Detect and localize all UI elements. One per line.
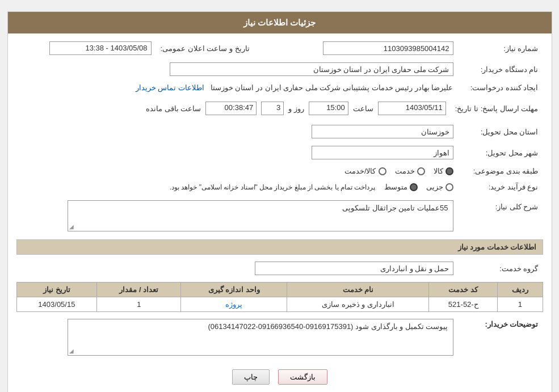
buyer-notes-value: پیوست تکمیل و بارگذاری شود (09169175391-… [208, 322, 448, 331]
radio-motavasset [410, 183, 418, 191]
category-khedmat[interactable]: خدمت [395, 167, 425, 175]
requester-value: علیرضا بهادر رئیس خدمات پشتیبانی شرکت مل… [16, 81, 458, 94]
category-label: طبقه بندی موضوعی: [458, 165, 543, 178]
need-description-label: شرح کلی نیاز: [458, 198, 543, 234]
need-description-value: 55عملیات تامین جراثقال تلسکوپی [342, 204, 448, 212]
service-group-value: حمل و نقل و انبارداری [16, 259, 458, 277]
deadline-remaining-label: ساعت باقی مانده [146, 104, 201, 113]
cell-unit[interactable]: پروژه [181, 297, 287, 312]
city-label: شهر محل تحویل: [458, 144, 543, 162]
radio-khedmat [417, 167, 425, 175]
need-number-label: شماره نیاز: [458, 39, 543, 57]
need-description-area: 55عملیات تامین جراثقال تلسکوپی ◢ [16, 198, 458, 234]
col-quantity: تعداد / مقدار [97, 283, 181, 297]
buyer-notes-area: پیوست تکمیل و بارگذاری شود (09169175391-… [16, 317, 458, 358]
category-kala[interactable]: کالا [434, 167, 453, 175]
purchase-motavasset[interactable]: متوسط [384, 183, 418, 191]
buyer-notes-label: توضیحات خریدار: [458, 317, 543, 358]
col-row-num: ردیف [498, 283, 543, 297]
cell-quantity: 1 [97, 297, 181, 312]
deadline-row: 1403/05/11 ساعت 15:00 روز و 3 00:38:47 س… [16, 97, 451, 120]
need-number-value: 1103093985004142 [283, 39, 458, 57]
category-kala-khedmat[interactable]: کالا/خدمت [344, 167, 386, 175]
buyer-org-value: شرکت ملی حفاری ایران در استان خوزستان [16, 60, 458, 78]
province-label: استان محل تحویل: [458, 123, 543, 141]
services-table: ردیف کد خدمت نام خدمت واحد اندازه گیری ت… [16, 282, 543, 312]
deadline-days: 3 [261, 102, 284, 115]
category-options: کالا خدمت کالا/خدمت [16, 165, 458, 178]
col-date: تاریخ نیاز [16, 283, 97, 297]
button-bar: بازگشت چاپ [16, 361, 543, 392]
deadline-date: 1403/05/11 [378, 102, 446, 115]
city-value: اهواز [16, 144, 458, 162]
resize-handle: ◢ [69, 224, 74, 230]
publish-datetime-label: تاریخ و ساعت اعلان عمومی: [156, 39, 254, 57]
purchase-note: پرداخت تمام یا بخشی از مبلغ خریداز محل "… [170, 183, 376, 191]
deadline-days-label: روز و [288, 104, 304, 113]
purchase-type-label: نوع فرآیند خرید: [458, 180, 543, 193]
deadline-time: 15:00 [309, 102, 348, 115]
purchase-jozii[interactable]: جزیی [426, 183, 453, 191]
deadline-label: مهلت ارسال پاسخ: تا تاریخ: [451, 97, 543, 120]
purchase-type-options: جزیی متوسط پرداخت تمام یا بخشی از مبلغ خ… [16, 180, 458, 193]
back-button[interactable]: بازگشت [278, 369, 327, 385]
province-value: خوزستان [16, 123, 458, 141]
col-unit: واحد اندازه گیری [181, 283, 287, 297]
service-info-section: اطلاعات خدمات مورد نیاز [16, 239, 543, 255]
radio-jozii [445, 183, 453, 191]
buyer-org-label: نام دستگاه خریدار: [458, 60, 543, 78]
radio-kala [445, 167, 453, 175]
table-row: 1ح-52-521انبارداری و ذخیره سازیپروژه1140… [16, 297, 543, 312]
page-header: جزئیات اطلاعات نیاز [8, 12, 552, 33]
radio-kala-khedmat [379, 167, 386, 175]
cell-row-num: 1 [498, 297, 543, 312]
cell-date: 1403/05/15 [16, 297, 97, 312]
publish-datetime-value: 1403/05/08 - 13:38 [16, 39, 156, 57]
col-service-name: نام خدمت [287, 283, 429, 297]
resize-handle-2: ◢ [69, 348, 74, 354]
cell-service-name: انبارداری و ذخیره سازی [287, 297, 429, 312]
service-group-label: گروه خدمت: [458, 259, 543, 277]
print-button[interactable]: چاپ [232, 369, 270, 385]
deadline-time-label: ساعت [353, 104, 373, 113]
cell-service-code: ح-52-521 [429, 297, 498, 312]
contact-link[interactable]: اطلاعات تماس خریدار [136, 83, 204, 92]
deadline-remaining: 00:38:47 [205, 102, 257, 115]
requester-label: ایجاد کننده درخواست: [458, 81, 543, 94]
col-service-code: کد خدمت [429, 283, 498, 297]
page-title: جزئیات اطلاعات نیاز [243, 18, 316, 27]
